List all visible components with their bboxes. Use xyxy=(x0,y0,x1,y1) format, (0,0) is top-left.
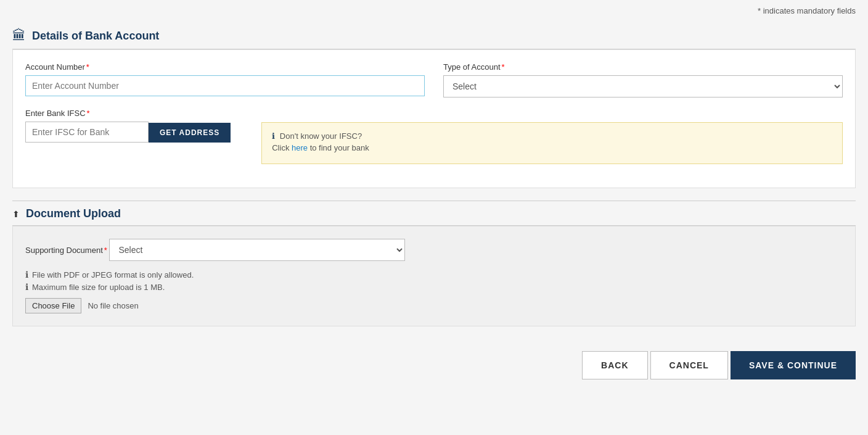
bank-ifsc-group: Enter Bank IFSC* GET ADDRESS xyxy=(25,109,231,143)
info-icon-3: ℹ xyxy=(25,282,28,292)
supporting-doc-label: Supporting Document* xyxy=(25,246,109,255)
doc-section-title: Document Upload xyxy=(26,207,121,220)
bottom-actions: BACK CANCEL SAVE & CONTINUE xyxy=(12,345,856,379)
bank-form-row-1: Account Number* Type of Account* Select … xyxy=(25,62,843,97)
cancel-button[interactable]: CANCEL xyxy=(650,351,728,379)
bank-ifsc-label: Enter Bank IFSC* xyxy=(25,109,231,118)
save-continue-button[interactable]: SAVE & CONTINUE xyxy=(731,351,856,379)
type-of-account-label: Type of Account* xyxy=(443,62,843,72)
account-number-group: Account Number* xyxy=(25,62,425,97)
bank-section-title: Details of Bank Account xyxy=(32,30,159,43)
type-of-account-required: * xyxy=(502,62,505,72)
get-address-button[interactable]: GET ADDRESS xyxy=(149,123,231,143)
back-button[interactable]: BACK xyxy=(582,351,647,379)
ifsc-hint-line2: Click here to find your bank xyxy=(272,143,832,152)
bank-form-row-2: Enter Bank IFSC* GET ADDRESS ℹ Don't kno… xyxy=(25,109,843,164)
bank-icon: 🏛 xyxy=(12,28,26,44)
account-number-label: Account Number* xyxy=(25,62,425,72)
file-info-2: ℹ Maximum file size for upload is 1 MB. xyxy=(25,282,843,292)
supporting-doc-required: * xyxy=(104,246,107,255)
supporting-doc-select[interactable]: Select Cancelled Cheque Bank Passbook Ba… xyxy=(109,239,405,261)
page-wrapper: * indicates mandatory fields 🏛 Details o… xyxy=(0,0,868,435)
upload-icon: ⬆ xyxy=(12,209,20,219)
no-file-text: No file chosen xyxy=(88,301,138,310)
info-icon-2: ℹ xyxy=(25,270,28,280)
info-icon-1: ℹ xyxy=(272,131,275,141)
doc-section-content: Supporting Document* Select Cancelled Ch… xyxy=(12,226,856,326)
ifsc-here-link[interactable]: here xyxy=(292,143,308,152)
ifsc-input-row: GET ADDRESS xyxy=(25,122,231,143)
mandatory-note: * indicates mandatory fields xyxy=(12,6,856,15)
type-of-account-group: Type of Account* Select Savings Current … xyxy=(443,62,843,97)
bank-section-content: Account Number* Type of Account* Select … xyxy=(12,49,856,188)
ifsc-hint-box: ℹ Don't know your IFSC? Click here to fi… xyxy=(261,122,843,164)
choose-file-row: Choose File No file chosen xyxy=(25,298,843,313)
supporting-doc-group: Supporting Document* Select Cancelled Ch… xyxy=(25,239,843,261)
ifsc-input[interactable] xyxy=(25,122,149,143)
doc-section-header: ⬆ Document Upload xyxy=(12,201,856,226)
ifsc-hint-line1: ℹ Don't know your IFSC? xyxy=(272,131,832,141)
bank-section-header: 🏛 Details of Bank Account xyxy=(12,22,856,49)
file-info-1: ℹ File with PDF or JPEG format is only a… xyxy=(25,270,843,280)
bank-ifsc-required: * xyxy=(87,109,90,118)
account-number-input[interactable] xyxy=(25,75,425,96)
account-number-required: * xyxy=(86,62,89,72)
choose-file-button[interactable]: Choose File xyxy=(25,298,81,313)
type-of-account-select[interactable]: Select Savings Current NRE NRO xyxy=(443,75,843,97)
